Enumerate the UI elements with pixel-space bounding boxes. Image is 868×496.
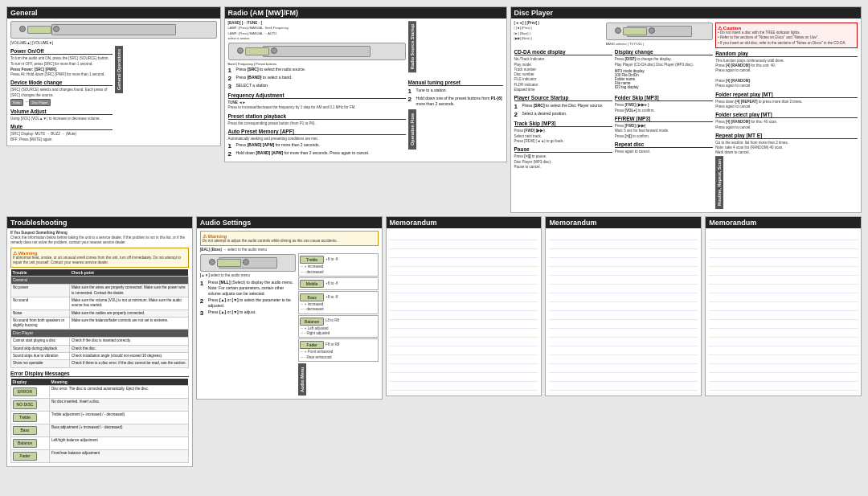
table-row: Sound skips due to vibration Check insta…	[11, 352, 189, 359]
step3-num: 3	[228, 83, 235, 90]
audio-display	[217, 259, 241, 267]
auto-preset-text: Automatically seeking and presetting con…	[228, 137, 406, 141]
general-right-col: General Operations	[115, 46, 217, 142]
table-row: Cannot start playing a disc Check if the…	[11, 338, 189, 345]
trouble-col-header: Trouble	[11, 269, 70, 277]
meaning-cell: Treble adjustment (+ increased / - decre…	[50, 411, 189, 424]
bass-range: +8 to -8	[326, 295, 338, 300]
cdda-display-header: CD-DA mode display	[514, 49, 612, 55]
memo1-panel: Memorandum	[386, 216, 542, 396]
display-cell: NO DISC	[11, 398, 50, 411]
general-columns: Power On/Off To turn the audio unit ON, …	[10, 46, 217, 142]
source-buttons: Radio → Disc Player	[10, 99, 113, 106]
troubleshoot-intro: If You Suspect Something Wrong Check the…	[10, 231, 189, 246]
disc-side: ⚠ Caution • Do not insert a disc with th…	[715, 21, 858, 209]
table-row: ERROR Disc error. The disc is corrected …	[11, 385, 189, 398]
folder-select-header: Folder select play [MT]	[715, 112, 858, 118]
apm-step2: 2 Hold down [BAND] [APM] for more than 2…	[228, 150, 406, 158]
table-row: Bass Bass adjustment (+ increased / - de…	[11, 424, 189, 437]
apm-step2-text: Hold down [BAND] [APM] for more than 2 s…	[236, 150, 406, 156]
folder-select-text: Press [4] [RANDOM] for this: 40 scan. Pr…	[715, 120, 858, 130]
audio-dial2	[243, 259, 249, 265]
auto-preset-header: Auto Preset Memory [APF]	[228, 129, 406, 135]
audio-step1-num: 1	[200, 280, 207, 287]
radio-main: [BAND] [←/TUNE→] LAMP: (Press) MANUAL. S…	[228, 21, 406, 158]
routine-repeat-label: Routine, Repeat, Scan	[715, 156, 723, 209]
step2-text: Press [BAND] to select a band.	[236, 75, 406, 80]
disc-step2-text: Select a desired position.	[522, 111, 612, 117]
trouble-cell: No sound	[11, 297, 70, 309]
trouble-cell: Show not operable	[11, 360, 70, 367]
player-source-header: Player Source Startup	[514, 95, 612, 101]
radio-right: Radio Source Startup Manual tuning prese…	[408, 21, 503, 158]
balance-row: Balance L8 to R8	[300, 317, 376, 326]
step2-num: 2	[228, 75, 235, 82]
troubleshoot-title: Troubleshooting	[7, 217, 192, 228]
middle-range: +8 to -8	[326, 281, 338, 286]
fader-range: F8 to R8	[326, 342, 339, 347]
preset-station-text: Press the corresponding preset button (f…	[228, 121, 406, 126]
mp-step2-text: Hold down one of the preset buttons from…	[416, 96, 503, 107]
disc-title: Disc Player	[511, 7, 862, 18]
table-row: Fader Front/rear balance adjustment	[11, 449, 189, 462]
bass-display: Bass	[13, 426, 37, 435]
check-cell: Make sure the cables are properly connec…	[69, 309, 188, 317]
audio-warning-text: Do not attempt to adjust the audio contr…	[203, 239, 376, 244]
warning-box: ⚠ Warning If abnormal heat, smoke, or an…	[10, 248, 189, 268]
disc-top-right: BAND selector | TV FULL |	[606, 21, 713, 47]
radio-panel: Radio (AM [MW]/FM) [BAND] [←/TUNE→] LAMP…	[224, 6, 507, 162]
meaning-cell: Left/right balance adjustment	[50, 437, 189, 449]
memo3-panel: Memorandum	[705, 216, 862, 396]
display-cell: Treble	[11, 411, 50, 424]
table-row: No sound Make sure the volume [VOL] is n…	[11, 297, 189, 309]
radio-btn: Radio	[10, 99, 23, 106]
caution-box: ⚠ Caution • Do not insert a disc with th…	[715, 23, 858, 48]
table-row: No power Make sure the wires are properl…	[11, 285, 189, 297]
bottom-row: Troubleshooting If You Suspect Something…	[6, 216, 862, 467]
bass-row: Bass +8 to -8	[300, 293, 376, 302]
disc-ops-row: Player Source Startup 1 Press [SRC] to s…	[514, 92, 714, 170]
mute-header: Mute	[10, 124, 113, 130]
fader-row: Fader F8 to R8	[300, 340, 376, 350]
audio-step2-text: Press [▲] or [▼] to select the parameter…	[208, 297, 296, 309]
radio-dial1	[237, 47, 244, 54]
audio-step1-text: Press [MLL] (Select) to display the audi…	[208, 280, 296, 297]
display-cell: Bass	[11, 424, 50, 437]
trouble-cell: Sound skips due to vibration	[11, 352, 70, 359]
apm-step1: 1 Press [BAND] [APM] for more than 2 sec…	[228, 142, 406, 150]
trouble-cell: Sound skip during playback	[11, 345, 70, 352]
device-mode-header: Device Mode change	[10, 80, 113, 86]
disc-btn: Disc Player	[29, 99, 50, 106]
disc-mode-row: CD-DA mode display No./Track Indicator P…	[514, 47, 714, 92]
treble-adj: → + increased→ - decreased	[300, 264, 376, 275]
disc-main: [◄◄] ( [Prev] ) | [◄] (Prev) |[►] (Next)…	[514, 21, 714, 209]
bass-screen: Bass	[300, 293, 324, 301]
memo2-lines	[549, 232, 698, 392]
audio-right: Treble +8 to -8 → + increased→ - decreas…	[298, 252, 378, 395]
table-row: Treble Treble adjustment (+ increased / …	[11, 411, 189, 424]
volume-adjust-header: Volume Adjust	[10, 109, 113, 115]
general-panel: General [VOLUME▲] [VOLUME▼] Power On/Off…	[6, 6, 221, 146]
repeat-disc-header: Repeat disc	[615, 141, 713, 148]
random-play-header: Random play	[715, 51, 858, 57]
radio-presets: Band | Frequency | Preset buttons	[228, 62, 406, 66]
disc-step1-num: 1	[514, 103, 521, 110]
radio-dial2	[271, 47, 277, 54]
repeat-all-text: Go to the section: list from more than 2…	[715, 141, 858, 156]
warning-title: ⚠ Warning	[13, 250, 186, 256]
main-page: General [VOLUME▲] [VOLUME▼] Power On/Off…	[6, 6, 862, 467]
troubleshoot-intro-header: If You Suspect Something Wrong	[10, 231, 68, 235]
step3-text: SELECT a station.	[236, 83, 406, 88]
display-screen	[27, 26, 51, 34]
caution-title: ⚠ Caution	[718, 25, 855, 31]
disc-columns: [◄◄] ( [Prev] ) | [◄] (Prev) |[►] (Next)…	[514, 21, 858, 209]
audio-step3: 3 Press [▲] or [▼] to adjust.	[200, 309, 296, 317]
memo2-panel: Memorandum	[545, 216, 702, 396]
check-cell: Make sure the wires are properly connect…	[69, 285, 188, 297]
general-left-col: Power On/Off To turn the audio unit ON, …	[10, 46, 113, 142]
manual-preset-header: Manual tuning preset	[408, 80, 503, 86]
disc-dial1	[615, 27, 621, 34]
apm-step2-num: 2	[228, 150, 235, 158]
check-cell: Check installation angle (should not exc…	[69, 352, 188, 359]
treble-row: Treble +8 to -8	[300, 255, 376, 264]
